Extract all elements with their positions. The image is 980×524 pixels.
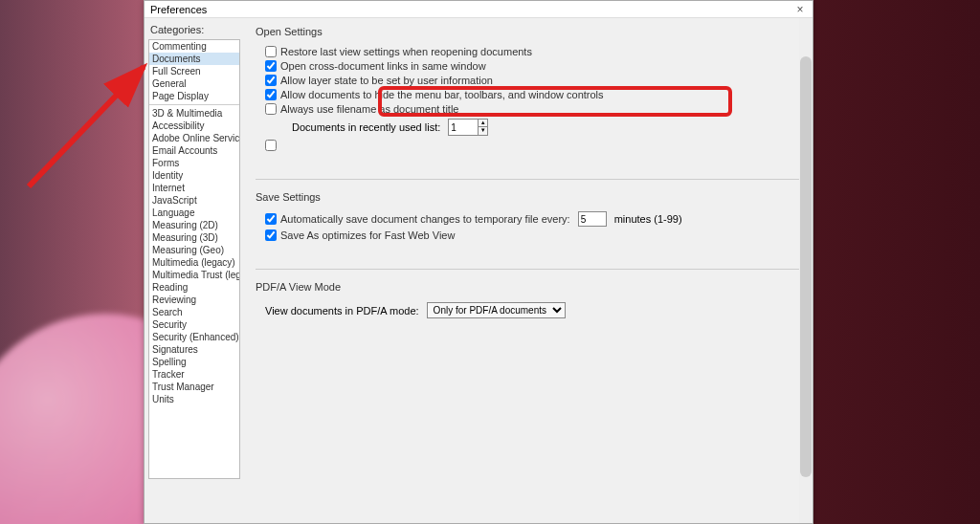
filename-title-label: Always use filename as document title [280,103,458,115]
pdfa-title: PDF/A View Mode [256,281,801,293]
cat-3d-multimedia[interactable]: 3D & Multimedia [149,107,239,120]
svg-line-0 [29,67,144,186]
recent-list-input[interactable] [449,120,478,135]
auto-save-checkbox[interactable] [265,213,277,225]
restore-last-checkbox[interactable] [265,46,277,57]
auto-save-label: Automatically save document changes to t… [280,213,570,225]
layer-state-checkbox[interactable] [265,75,277,86]
extra-open-checkbox[interactable] [265,140,277,151]
cat-internet[interactable]: Internet [149,182,239,194]
cat-identity[interactable]: Identity [149,169,239,182]
cat-multimedia-legacy[interactable]: Multimedia (legacy) [149,256,239,269]
scrollbar-thumb[interactable] [800,56,812,477]
pdfa-label: View documents in PDF/A mode: [265,305,419,317]
auto-save-input[interactable] [578,211,607,227]
hide-menu-label: Allow documents to hide the menu bar, to… [280,89,604,100]
save-settings-section: Automatically save document changes to t… [256,207,801,253]
cat-page-display[interactable]: Page Display [149,90,239,102]
open-settings-section: Restore last view settings when reopenin… [256,41,801,164]
cat-signatures[interactable]: Signatures [149,343,239,356]
cat-measuring-2d[interactable]: Measuring (2D) [149,219,239,231]
cat-measuring-geo[interactable]: Measuring (Geo) [149,244,239,256]
content-scrollbar[interactable] [799,18,813,523]
open-settings-title: Open Settings [256,26,801,37]
pdfa-select[interactable]: Only for PDF/A documents [427,302,566,318]
restore-last-label: Restore last view settings when reopenin… [280,46,532,57]
categories-label: Categories: [148,24,240,35]
divider-1 [256,179,801,180]
cat-spelling[interactable]: Spelling [149,356,239,368]
cat-documents[interactable]: Documents [149,53,239,65]
cat-javascript[interactable]: JavaScript [149,194,239,207]
divider-2 [256,269,801,270]
cat-language[interactable]: Language [149,207,239,219]
save-settings-title: Save Settings [256,191,801,203]
cat-accessibility[interactable]: Accessibility [149,120,239,132]
layer-state-label: Allow layer state to be set by user info… [280,75,493,86]
cat-tracker[interactable]: Tracker [149,368,239,381]
cat-forms[interactable]: Forms [149,157,239,169]
close-icon[interactable]: × [793,3,807,16]
pdfa-section: View documents in PDF/A mode: Only for P… [256,296,801,328]
fast-web-label: Save As optimizes for Fast Web View [280,229,455,241]
sidebar: Categories: Commenting Documents Full Sc… [145,18,244,523]
cat-email-accounts[interactable]: Email Accounts [149,144,239,157]
cross-doc-checkbox[interactable] [265,60,277,72]
dialog-titlebar: Preferences × [145,1,813,18]
spinner-down-icon[interactable]: ▼ [478,127,487,135]
content-panel: Open Settings Restore last view settings… [244,18,813,523]
cat-adobe-online[interactable]: Adobe Online Services [149,132,239,144]
dialog-body: Categories: Commenting Documents Full Sc… [145,18,813,523]
recent-spinner[interactable]: ▲ ▼ [448,119,488,136]
cat-trust-manager[interactable]: Trust Manager [149,381,239,393]
cat-measuring-3d[interactable]: Measuring (3D) [149,231,239,244]
cat-security[interactable]: Security [149,318,239,331]
auto-save-suffix: minutes (1-99) [614,213,682,225]
fast-web-checkbox[interactable] [265,229,277,241]
preferences-dialog: Preferences × Categories: Commenting Doc… [144,0,813,524]
cat-security-enhanced[interactable]: Security (Enhanced) [149,331,239,343]
category-separator [149,104,239,105]
cat-reviewing[interactable]: Reviewing [149,294,239,306]
filename-title-checkbox[interactable] [265,103,277,115]
annotation-arrow-icon [0,33,163,196]
category-list[interactable]: Commenting Documents Full Screen General… [148,39,240,479]
cat-full-screen[interactable]: Full Screen [149,65,239,77]
dialog-title-text: Preferences [150,4,207,15]
cat-general[interactable]: General [149,77,239,90]
hide-menu-checkbox[interactable] [265,89,277,100]
cat-multimedia-trust[interactable]: Multimedia Trust (legacy) [149,269,239,281]
spinner-up-icon[interactable]: ▲ [478,120,487,127]
cat-reading[interactable]: Reading [149,281,239,294]
cat-search[interactable]: Search [149,306,239,318]
cat-units[interactable]: Units [149,393,239,405]
cross-doc-label: Open cross-document links in same window [280,60,486,72]
recent-list-label: Documents in recently used list: [292,121,440,133]
cat-commenting[interactable]: Commenting [149,40,239,53]
